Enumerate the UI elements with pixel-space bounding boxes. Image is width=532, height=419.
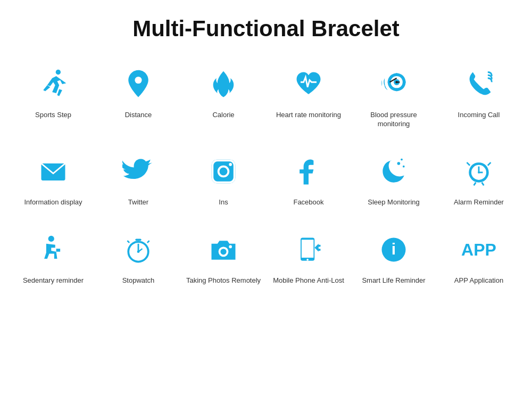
blood-pressure-icon bbox=[372, 63, 415, 105]
svg-point-33 bbox=[229, 245, 232, 248]
svg-text:i: i bbox=[392, 240, 396, 258]
svg-rect-37 bbox=[318, 244, 321, 247]
mobile-icon bbox=[287, 228, 330, 271]
svg-point-8 bbox=[395, 81, 398, 84]
feature-label-blood-pressure: Blood pressure monitoring bbox=[354, 111, 434, 129]
feature-label-calorie: Calorie bbox=[212, 111, 234, 120]
feature-label-mobile-phone: Mobile Phone Anti-Lost bbox=[273, 276, 344, 285]
feature-label-sedentary-reminder: Sedentary reminder bbox=[23, 276, 84, 285]
svg-point-1 bbox=[135, 77, 142, 84]
svg-point-27 bbox=[137, 250, 140, 253]
app-icon: APP bbox=[458, 228, 500, 271]
info-icon: i bbox=[372, 228, 415, 271]
alarm-icon bbox=[458, 150, 500, 193]
feature-label-twitter: Twitter bbox=[128, 198, 148, 207]
instagram-icon bbox=[202, 150, 245, 193]
feature-facebook: Facebook bbox=[266, 145, 351, 218]
feature-label-sports-step: Sports Step bbox=[35, 111, 71, 120]
feature-label-distance: Distance bbox=[125, 111, 152, 120]
feature-label-sleep-monitoring: Sleep Monitoring bbox=[368, 198, 420, 207]
feature-incoming-call: Incoming Call bbox=[436, 57, 521, 139]
feature-information-display: Information display bbox=[11, 145, 96, 218]
svg-point-22 bbox=[48, 235, 54, 241]
phone-icon bbox=[458, 63, 500, 105]
sedentary-icon bbox=[32, 228, 74, 271]
page-title: Multi-Functional Bracelet bbox=[132, 16, 400, 42]
feature-label-stopwatch: Stopwatch bbox=[122, 276, 155, 285]
heart-rate-icon bbox=[287, 63, 330, 105]
feature-sports-step: Sports Step bbox=[11, 57, 96, 139]
feature-label-smart-life: Smart Life Reminder bbox=[362, 276, 425, 285]
facebook-icon bbox=[287, 150, 330, 193]
feature-calorie: Calorie bbox=[181, 57, 266, 139]
svg-line-29 bbox=[147, 241, 149, 243]
feature-smart-life: i Smart Life Reminder bbox=[351, 223, 436, 296]
svg-point-16 bbox=[401, 158, 403, 160]
feature-alarm-reminder: Alarm Reminder bbox=[436, 145, 521, 218]
feature-taking-photos: Taking Photos Remotely bbox=[181, 223, 266, 296]
svg-point-21 bbox=[478, 171, 480, 174]
feature-stopwatch: Stopwatch bbox=[96, 223, 181, 296]
stopwatch-icon bbox=[117, 228, 160, 271]
feature-heart-rate: Heart rate monitoring bbox=[266, 57, 351, 139]
svg-point-32 bbox=[220, 249, 226, 254]
feature-blood-pressure: Blood pressure monitoring bbox=[351, 57, 436, 139]
feature-label-information-display: Information display bbox=[24, 198, 82, 207]
svg-point-14 bbox=[397, 162, 401, 165]
feature-label-alarm-reminder: Alarm Reminder bbox=[454, 198, 504, 207]
svg-rect-10 bbox=[212, 159, 236, 183]
feature-sedentary-reminder: Sedentary reminder bbox=[11, 223, 96, 296]
features-grid: Sports Step Distance Calorie Heart rate … bbox=[11, 57, 521, 296]
svg-point-36 bbox=[306, 259, 309, 261]
feature-label-facebook: Facebook bbox=[293, 198, 323, 207]
camera-icon bbox=[202, 228, 245, 271]
envelope-icon bbox=[32, 150, 74, 193]
feature-twitter: Twitter bbox=[96, 145, 181, 218]
sleep-icon bbox=[372, 150, 415, 193]
feature-label-app-application: APP Application bbox=[454, 276, 503, 285]
feature-label-taking-photos: Taking Photos Remotely bbox=[186, 276, 261, 285]
feature-app-application: APPAPP Application bbox=[436, 223, 521, 296]
flame-icon bbox=[202, 63, 245, 105]
feature-label-heart-rate: Heart rate monitoring bbox=[276, 111, 341, 120]
svg-point-15 bbox=[403, 166, 405, 168]
svg-rect-28 bbox=[135, 239, 141, 241]
feature-label-ins: Ins bbox=[219, 198, 228, 207]
runner-icon bbox=[32, 63, 74, 105]
feature-label-incoming-call: Incoming Call bbox=[458, 111, 500, 120]
svg-line-30 bbox=[127, 241, 129, 243]
svg-point-0 bbox=[56, 70, 61, 75]
svg-rect-35 bbox=[302, 240, 314, 258]
feature-mobile-phone: Mobile Phone Anti-Lost bbox=[266, 223, 351, 296]
location-icon bbox=[117, 63, 160, 105]
svg-point-13 bbox=[229, 163, 232, 166]
feature-distance: Distance bbox=[96, 57, 181, 139]
feature-ins: Ins bbox=[181, 145, 266, 218]
feature-sleep-monitoring: Sleep Monitoring bbox=[351, 145, 436, 218]
svg-rect-38 bbox=[318, 249, 321, 251]
twitter-icon bbox=[117, 150, 160, 193]
